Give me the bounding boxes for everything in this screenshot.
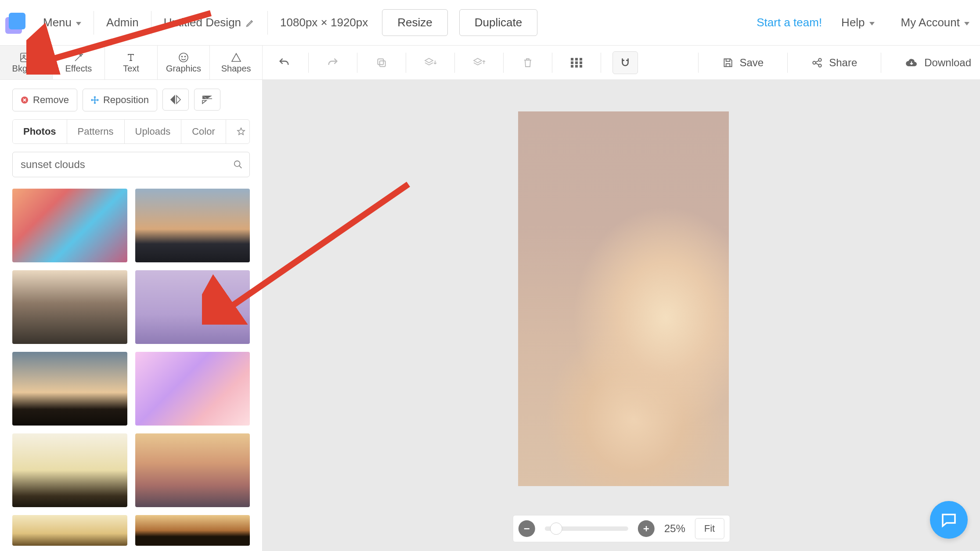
- share-button[interactable]: Share: [811, 57, 857, 69]
- svg-point-17: [818, 58, 821, 61]
- canvas-preview[interactable]: [518, 111, 729, 486]
- search-icon[interactable]: [233, 160, 243, 169]
- chevron-down-icon: [964, 22, 969, 25]
- svg-point-2: [179, 53, 188, 62]
- resize-button[interactable]: Resize: [382, 9, 447, 36]
- tab-background[interactable]: Bkgrnd: [0, 46, 53, 79]
- zoom-slider[interactable]: [545, 526, 628, 531]
- star-icon: [237, 127, 245, 136]
- photo-thumb[interactable]: [135, 515, 250, 546]
- help-dropdown[interactable]: Help: [841, 16, 874, 29]
- flip-vertical-button[interactable]: [194, 89, 220, 111]
- tab-graphics[interactable]: Graphics: [158, 46, 210, 79]
- photo-thumb[interactable]: [135, 270, 250, 344]
- photo-thumb[interactable]: [12, 189, 127, 262]
- copy-button[interactable]: [369, 51, 394, 74]
- svg-point-18: [818, 64, 821, 67]
- redo-button[interactable]: [320, 51, 346, 74]
- tab-text[interactable]: Text: [105, 46, 158, 79]
- menu-label: Menu: [43, 16, 72, 29]
- plus-icon: [642, 525, 650, 533]
- remove-background-button[interactable]: Remove: [12, 89, 77, 111]
- photo-search: [12, 152, 250, 177]
- main: Remove Reposition Photos Patterns Upload…: [0, 80, 980, 551]
- wand-icon: [73, 51, 84, 64]
- subtab-color[interactable]: Color: [181, 120, 226, 143]
- tab-effects[interactable]: Effects: [53, 46, 105, 79]
- svg-point-20: [234, 161, 240, 167]
- zoom-value: 25%: [664, 522, 685, 535]
- photo-thumb[interactable]: [12, 515, 127, 546]
- layer-up-button[interactable]: [466, 51, 492, 74]
- photo-results-grid: [12, 189, 250, 546]
- chevron-down-icon: [76, 22, 81, 25]
- undo-button[interactable]: [271, 51, 297, 74]
- zoom-fit-button[interactable]: Fit: [695, 518, 724, 539]
- app-logo[interactable]: [5, 13, 25, 33]
- chevron-down-icon: [869, 22, 875, 25]
- subtab-favorites[interactable]: [226, 120, 250, 143]
- top-bar: Menu Admin Untitled Design 1080px × 1920…: [0, 0, 980, 46]
- layers-up-icon: [472, 57, 486, 68]
- svg-rect-9: [580, 58, 582, 61]
- svg-point-3: [182, 56, 183, 57]
- duplicate-button[interactable]: Duplicate: [459, 9, 537, 36]
- admin-label: Admin: [106, 16, 139, 29]
- zoom-out-button[interactable]: [519, 520, 535, 537]
- photo-thumb[interactable]: [135, 433, 250, 507]
- tab-shapes[interactable]: Shapes: [210, 46, 262, 79]
- svg-point-4: [185, 56, 186, 57]
- separator: [151, 11, 151, 35]
- photo-thumb[interactable]: [135, 352, 250, 426]
- layer-down-button[interactable]: [418, 51, 443, 74]
- slider-knob[interactable]: [550, 522, 562, 535]
- undo-icon: [278, 57, 290, 69]
- reposition-background-button[interactable]: Reposition: [83, 89, 157, 111]
- svg-rect-12: [580, 61, 582, 64]
- photo-thumb[interactable]: [135, 189, 250, 262]
- download-button[interactable]: Download: [905, 57, 971, 69]
- tab-label: Shapes: [221, 64, 251, 74]
- remove-icon: [21, 96, 29, 104]
- grid-button[interactable]: [564, 51, 589, 74]
- zoom-in-button[interactable]: [638, 520, 655, 537]
- save-button[interactable]: Save: [722, 57, 764, 69]
- help-chat-button[interactable]: [930, 501, 968, 539]
- subtab-photos[interactable]: Photos: [13, 120, 67, 143]
- canvas-dimensions: 1080px × 1920px: [280, 16, 368, 29]
- flip-horizontal-button[interactable]: [162, 89, 189, 111]
- account-dropdown[interactable]: My Account: [901, 16, 969, 29]
- triangle-icon: [231, 51, 241, 64]
- delete-button[interactable]: [515, 51, 540, 74]
- start-team-link[interactable]: Start a team!: [757, 16, 822, 29]
- redo-icon: [327, 57, 339, 69]
- share-icon: [811, 57, 823, 68]
- account-label: My Account: [901, 16, 960, 29]
- action-bar: Save Share Download: [263, 46, 980, 79]
- magnet-button[interactable]: [612, 51, 638, 74]
- photo-thumb[interactable]: [12, 270, 127, 344]
- background-subtabs: Photos Patterns Uploads Color: [12, 119, 250, 144]
- admin-link[interactable]: Admin: [106, 16, 139, 29]
- search-input[interactable]: [12, 152, 250, 177]
- photo-thumb[interactable]: [12, 433, 127, 507]
- trash-icon: [522, 57, 533, 68]
- document-title[interactable]: Untitled Design: [164, 16, 255, 29]
- cloud-download-icon: [905, 57, 918, 68]
- tab-label: Graphics: [166, 64, 201, 74]
- photo-thumb[interactable]: [12, 352, 127, 426]
- menu-dropdown[interactable]: Menu: [43, 16, 81, 29]
- subtab-uploads[interactable]: Uploads: [125, 120, 182, 143]
- svg-rect-23: [646, 526, 647, 531]
- svg-rect-10: [571, 61, 573, 64]
- help-label: Help: [841, 16, 865, 29]
- flip-horizontal-icon: [170, 95, 181, 104]
- svg-rect-21: [524, 528, 530, 530]
- subtab-patterns[interactable]: Patterns: [67, 120, 125, 143]
- chat-icon: [940, 511, 958, 529]
- tool-bar: Bkgrnd Effects Text Graphics Shapes: [0, 46, 980, 80]
- save-icon: [722, 57, 734, 68]
- canvas-area[interactable]: 25% Fit: [263, 80, 980, 551]
- svg-rect-7: [571, 58, 573, 61]
- svg-rect-15: [580, 65, 582, 68]
